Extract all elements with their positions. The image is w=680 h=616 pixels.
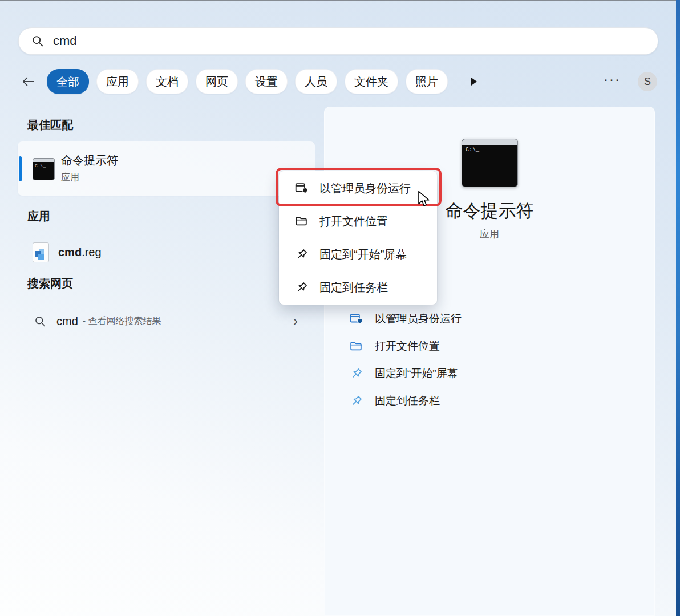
- tab-settings[interactable]: 设置: [245, 69, 288, 94]
- search-input[interactable]: [52, 33, 625, 49]
- apps-section-header: 应用: [27, 209, 50, 224]
- tab-people[interactable]: 人员: [295, 69, 337, 94]
- filter-pills: 全部 应用 文档 网页 设置 人员 文件夹 照片: [47, 69, 448, 94]
- web-search-icon: [34, 315, 46, 327]
- tab-all[interactable]: 全部: [47, 69, 89, 94]
- search-icon: [31, 35, 44, 47]
- menu-item-pin-to-start[interactable]: 固定到“开始”屏幕: [279, 238, 437, 271]
- action-label: 固定到任务栏: [375, 394, 440, 408]
- menu-item-run-as-admin[interactable]: 以管理员身份运行: [279, 172, 437, 205]
- tab-folders[interactable]: 文件夹: [345, 69, 398, 94]
- more-options-button[interactable]: ···: [604, 74, 621, 90]
- selection-indicator: [19, 156, 22, 181]
- web-query-text: cmd: [56, 315, 78, 328]
- filter-toolbar: 全部 应用 文档 网页 设置 人员 文件夹 照片 ··· S: [18, 69, 657, 94]
- search-bar[interactable]: [18, 27, 658, 55]
- reg-file-basename: cmd: [58, 246, 82, 258]
- menu-item-open-file-location[interactable]: 打开文件位置: [279, 205, 437, 238]
- menu-item-label: 打开文件位置: [319, 214, 388, 229]
- menu-item-pin-to-taskbar[interactable]: 固定到任务栏: [279, 271, 437, 304]
- pin-icon: [294, 248, 309, 262]
- pin-icon: [349, 367, 363, 381]
- action-run-as-admin[interactable]: 以管理员身份运行: [324, 305, 655, 333]
- desktop-edge-strip: [676, 0, 680, 616]
- web-hint-text: - 查看网络搜索结果: [83, 315, 161, 327]
- cmd-app-icon: C:\_: [33, 158, 55, 180]
- folder-icon: [349, 339, 363, 354]
- pin-icon: [349, 394, 363, 408]
- action-label: 以管理员身份运行: [375, 311, 462, 326]
- action-pin-to-taskbar[interactable]: 固定到任务栏: [324, 387, 655, 415]
- user-avatar[interactable]: S: [638, 72, 657, 91]
- search-flyout: 全部 应用 文档 网页 设置 人员 文件夹 照片 ··· S 最佳匹配 C:\_…: [0, 0, 680, 616]
- tab-documents[interactable]: 文档: [146, 69, 188, 94]
- action-pin-to-start[interactable]: 固定到“开始”屏幕: [324, 360, 655, 387]
- reg-file-icon: [33, 242, 49, 262]
- tab-web[interactable]: 网页: [196, 69, 238, 94]
- web-section-header: 搜索网页: [27, 276, 73, 291]
- expand-tabs-button[interactable]: [469, 76, 479, 87]
- back-button[interactable]: [18, 72, 38, 91]
- action-label: 打开文件位置: [375, 339, 440, 354]
- menu-item-label: 固定到任务栏: [319, 280, 388, 295]
- web-search-row[interactable]: cmd - 查看网络搜索结果 ›: [18, 308, 315, 334]
- preview-actions: 以管理员身份运行 打开文件位置 固定到“开始”屏幕 固定到任务栏: [324, 305, 655, 415]
- pin-icon: [294, 281, 309, 295]
- run-as-admin-icon: [294, 181, 309, 196]
- reg-file-extension: .reg: [82, 246, 101, 258]
- window-top-border: [0, 0, 680, 1]
- best-match-header: 最佳匹配: [27, 117, 73, 133]
- action-open-file-location[interactable]: 打开文件位置: [324, 333, 655, 360]
- best-match-card[interactable]: C:\_ 命令提示符 应用: [18, 141, 315, 196]
- reg-file-row[interactable]: cmd.reg: [18, 238, 315, 266]
- best-match-title: 命令提示符: [61, 153, 118, 168]
- best-match-subtitle: 应用: [61, 172, 118, 184]
- action-label: 固定到“开始”屏幕: [375, 366, 458, 381]
- chevron-right-icon[interactable]: ›: [293, 314, 298, 328]
- menu-item-label: 固定到“开始”屏幕: [319, 247, 407, 262]
- tab-photos[interactable]: 照片: [406, 69, 448, 94]
- folder-icon: [294, 214, 309, 229]
- context-menu: 以管理员身份运行 打开文件位置 固定到“开始”屏幕 固定到任务栏: [279, 171, 437, 305]
- menu-item-label: 以管理员身份运行: [319, 181, 411, 196]
- tab-apps[interactable]: 应用: [96, 69, 139, 94]
- run-as-admin-icon: [349, 312, 363, 326]
- reg-file-name: cmd.reg: [58, 246, 102, 259]
- preview-app-icon: C:\_: [462, 139, 518, 187]
